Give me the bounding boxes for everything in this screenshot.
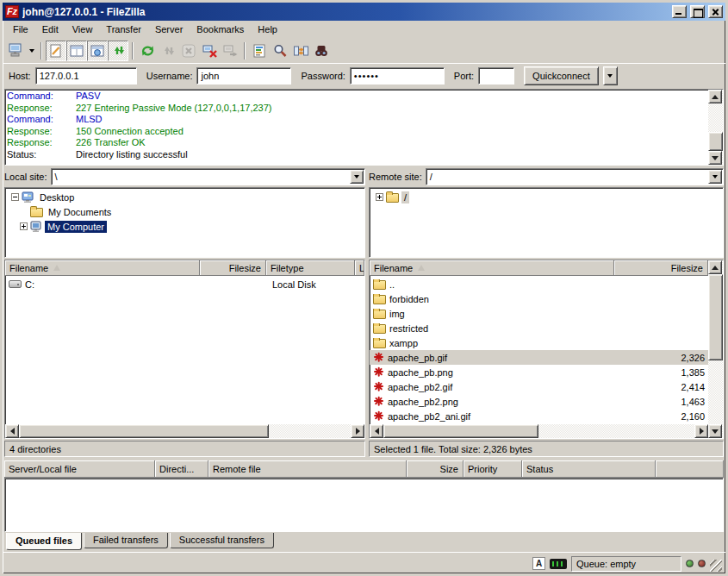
collapse-icon[interactable]	[11, 193, 19, 201]
column-header-size[interactable]: Size	[407, 460, 464, 478]
file-row[interactable]: apache_pb2.gif2,414	[370, 379, 708, 394]
local-horizontal-scrollbar[interactable]	[5, 424, 364, 438]
scrollbar-thumb[interactable]	[708, 274, 723, 360]
tree-item-my-computer[interactable]: My Computer	[6, 219, 364, 234]
remote-tree[interactable]: /	[369, 187, 724, 258]
chevron-down-icon	[712, 175, 718, 178]
port-input[interactable]	[478, 67, 514, 85]
scrollbar-thumb[interactable]	[383, 424, 538, 438]
password-input[interactable]: ••••••	[350, 67, 445, 85]
toggle-message-log-icon[interactable]	[46, 41, 66, 61]
column-header-server-local-file[interactable]: Server/Local file	[4, 460, 155, 478]
menu-file[interactable]: File	[6, 22, 35, 37]
site-manager-icon[interactable]	[5, 41, 26, 61]
synchronized-browsing-icon[interactable]	[290, 41, 311, 61]
column-header-filesize[interactable]: Filesize	[200, 260, 266, 276]
username-input[interactable]: john	[196, 67, 291, 85]
column-header-filesize[interactable]: Filesize	[614, 260, 708, 276]
title-bar: Fz john@127.0.0.1 - FileZilla	[3, 3, 725, 21]
find-files-icon[interactable]	[311, 41, 332, 61]
column-header-last-modified[interactable]: L	[355, 260, 364, 276]
remote-list-rows[interactable]: .. forbidden img restricted xampp apache…	[370, 276, 708, 424]
close-button[interactable]	[708, 5, 723, 18]
remote-vertical-scrollbar[interactable]	[708, 260, 723, 438]
tab-queued-files[interactable]: Queued files	[6, 533, 82, 550]
tree-item-my-documents[interactable]: My Documents	[6, 204, 364, 219]
local-site-combo[interactable]: \	[51, 168, 365, 185]
scroll-down-icon[interactable]	[708, 424, 722, 438]
directory-comparison-icon[interactable]	[270, 41, 290, 61]
tab-successful-transfers[interactable]: Successful transfers	[170, 533, 274, 548]
file-row-c-drive[interactable]: C: Local Disk	[5, 277, 364, 291]
refresh-icon[interactable]	[137, 41, 158, 61]
file-row[interactable]: apache_pb.png1,385	[370, 365, 708, 379]
file-size: 2,414	[681, 382, 705, 392]
maximize-button[interactable]	[690, 5, 705, 18]
quickconnect-button[interactable]: Quickconnect	[524, 66, 599, 85]
scrollbar-thumb[interactable]	[19, 424, 269, 438]
disconnect-icon[interactable]	[199, 41, 220, 61]
column-header-filetype[interactable]: Filetype	[266, 260, 355, 276]
expand-icon[interactable]	[376, 193, 383, 201]
column-header-remote-file[interactable]: Remote file	[208, 460, 407, 478]
resize-grip[interactable]	[710, 560, 722, 572]
remote-site-dropdown[interactable]	[708, 170, 722, 184]
scroll-up-icon[interactable]	[708, 90, 722, 103]
scroll-up-icon[interactable]	[708, 260, 722, 274]
menu-transfer[interactable]: Transfer	[99, 22, 148, 37]
toggle-remote-tree-icon[interactable]	[87, 41, 108, 61]
scroll-right-icon[interactable]	[694, 424, 708, 438]
file-row[interactable]: img	[370, 306, 708, 321]
scroll-down-icon[interactable]	[708, 151, 722, 165]
local-site-dropdown[interactable]	[350, 170, 364, 184]
menu-edit[interactable]: Edit	[35, 22, 65, 37]
tree-item-desktop[interactable]: Desktop	[6, 190, 364, 204]
toggle-transfer-queue-icon[interactable]	[108, 41, 128, 61]
minimize-button[interactable]	[672, 5, 687, 18]
site-manager-dropdown[interactable]	[26, 41, 37, 60]
local-site-bar: Local site: \	[4, 168, 365, 187]
column-header-priority[interactable]: Priority	[464, 460, 522, 478]
cancel-operation-icon[interactable]	[178, 41, 199, 61]
process-queue-icon[interactable]	[158, 41, 178, 61]
expand-icon[interactable]	[20, 222, 28, 230]
menu-help[interactable]: Help	[251, 22, 284, 37]
column-header-status[interactable]: Status	[522, 460, 656, 478]
queue-body[interactable]	[4, 478, 724, 532]
remote-site-combo[interactable]: /	[426, 168, 724, 185]
scroll-right-icon[interactable]	[351, 424, 364, 438]
tree-item-root[interactable]: /	[370, 190, 722, 204]
port-label: Port:	[454, 71, 474, 81]
column-header-direction[interactable]: Directi...	[155, 460, 208, 478]
file-row[interactable]: apache_pb2_ani.gif2,160	[370, 409, 708, 423]
menu-server[interactable]: Server	[148, 22, 190, 37]
filezilla-window: Fz john@127.0.0.1 - FileZilla File Edit …	[0, 0, 728, 576]
toggle-local-tree-icon[interactable]	[66, 41, 87, 61]
column-header-filename[interactable]: Filename	[5, 260, 200, 276]
file-row[interactable]: restricted	[370, 321, 708, 335]
file-name: forbidden	[389, 294, 429, 304]
local-list-rows[interactable]: C: Local Disk	[5, 276, 364, 424]
menu-view[interactable]: View	[65, 22, 100, 37]
file-row-selected[interactable]: apache_pb.gif2,326	[370, 350, 708, 365]
remote-horizontal-scrollbar[interactable]	[370, 424, 708, 438]
menu-bookmarks[interactable]: Bookmarks	[190, 22, 251, 37]
column-label: Remote file	[213, 464, 261, 474]
file-row[interactable]: xampp	[370, 335, 708, 350]
file-row[interactable]: ..	[370, 277, 708, 291]
file-row[interactable]: forbidden	[370, 291, 708, 306]
scroll-left-icon[interactable]	[5, 424, 19, 438]
directory-listing-filters-icon[interactable]	[249, 41, 270, 61]
quickconnect-dropdown[interactable]	[603, 66, 618, 85]
local-tree[interactable]: Desktop My Documents My Computer	[4, 187, 365, 258]
tab-failed-transfers[interactable]: Failed transfers	[84, 533, 168, 548]
file-row[interactable]: apache_pb2.png1,463	[370, 394, 708, 409]
column-header-filename[interactable]: Filename	[370, 260, 614, 276]
scroll-left-icon[interactable]	[370, 424, 383, 438]
log-vertical-scrollbar[interactable]	[708, 90, 723, 165]
toolbar-separator	[132, 42, 134, 59]
reconnect-icon[interactable]	[220, 41, 240, 61]
scrollbar-thumb[interactable]	[708, 132, 723, 151]
host-input[interactable]: 127.0.0.1	[35, 67, 137, 85]
message-log-body[interactable]: Command:PASV Response:227 Entering Passi…	[5, 90, 708, 165]
